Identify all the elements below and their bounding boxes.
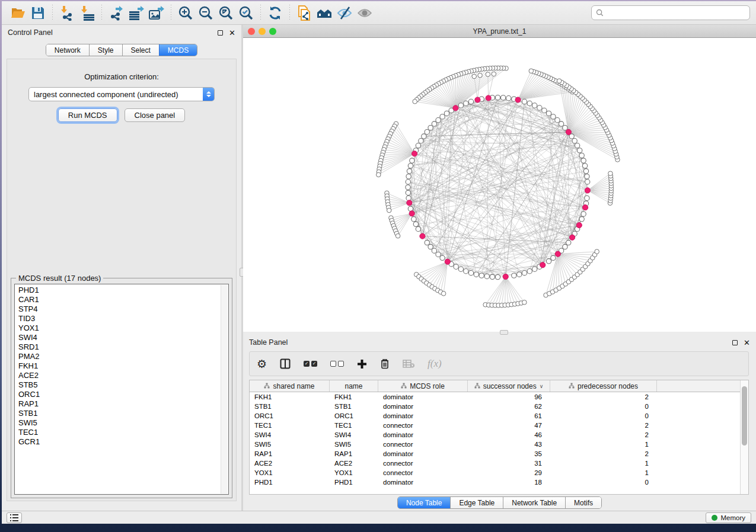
mcds-result-item[interactable]: STP4 — [18, 305, 220, 314]
open-file-icon[interactable] — [8, 4, 28, 22]
table-row[interactable]: ACE2ACE2connector311 — [250, 459, 740, 468]
dominator-node[interactable] — [566, 129, 571, 134]
mcds-result-item[interactable]: TID3 — [18, 314, 220, 323]
mcds-result-item[interactable]: RAP1 — [18, 399, 220, 409]
table-row[interactable]: SWI4SWI4dominator462 — [250, 430, 740, 440]
mcds-result-item[interactable]: ACE2 — [18, 371, 220, 380]
cell-MCDS-role: connector — [378, 440, 468, 449]
scrollbar-thumb[interactable] — [742, 386, 747, 446]
refresh-icon[interactable] — [265, 4, 285, 22]
dominator-node[interactable] — [445, 259, 450, 264]
table-settings-gear-icon[interactable]: ⚙ — [257, 358, 267, 370]
export-table-icon[interactable] — [126, 4, 146, 22]
dominator-node[interactable] — [576, 223, 582, 228]
dominator-node[interactable] — [503, 274, 508, 279]
dominator-node[interactable] — [420, 233, 425, 239]
mcds-result-item[interactable]: ORC1 — [18, 390, 220, 399]
dominator-node[interactable] — [583, 205, 588, 210]
column-header-name[interactable]: name — [330, 380, 378, 392]
export-network-icon[interactable] — [106, 4, 126, 22]
mcds-result-item[interactable]: YOX1 — [18, 323, 220, 333]
close-panel-button[interactable]: Close panel — [125, 108, 186, 122]
network-canvas[interactable] — [243, 38, 756, 331]
horizontal-splitter[interactable] — [243, 332, 756, 335]
tab-network-table[interactable]: Network Table — [503, 497, 565, 508]
delete-column-icon[interactable] — [380, 358, 390, 369]
dominator-node[interactable] — [486, 95, 491, 101]
column-header-shared-name[interactable]: shared name — [250, 380, 330, 392]
mcds-result-item[interactable]: TEC1 — [18, 428, 220, 437]
task-history-button[interactable] — [7, 512, 22, 523]
zoom-fit-icon[interactable] — [216, 4, 236, 22]
mcds-result-item[interactable]: GCR1 — [18, 437, 220, 447]
mcds-result-item[interactable]: STB5 — [18, 380, 220, 390]
float-panel-icon[interactable] — [218, 30, 223, 36]
unselect-all-columns-icon[interactable] — [330, 361, 344, 367]
mcds-result-scrollbar[interactable] — [221, 285, 228, 493]
select-all-columns-icon[interactable]: ✓✓ — [304, 361, 317, 367]
dominator-node[interactable] — [585, 188, 590, 193]
optimization-criterion-dropdown[interactable]: largest connected component (undirected) — [28, 87, 215, 101]
import-network-icon[interactable] — [57, 4, 77, 22]
mcds-result-item[interactable]: FKH1 — [18, 361, 220, 371]
close-panel-icon[interactable]: ✕ — [229, 29, 235, 37]
float-panel-icon[interactable] — [732, 340, 738, 345]
zoom-selected-icon[interactable] — [236, 4, 256, 22]
close-panel-icon[interactable]: ✕ — [744, 339, 750, 347]
export-image-icon[interactable] — [146, 4, 167, 22]
create-column-icon[interactable] — [357, 359, 367, 369]
mcds-result-item[interactable]: PMA2 — [18, 352, 220, 361]
zoom-in-icon[interactable] — [176, 4, 196, 22]
tab-node-table[interactable]: Node Table — [398, 497, 451, 508]
search-input[interactable] — [591, 5, 750, 20]
tab-style[interactable]: Style — [89, 44, 122, 56]
column-header-successor-nodes[interactable]: successor nodes∨ — [468, 380, 550, 392]
mcds-result-item[interactable]: PHD1 — [18, 286, 220, 295]
clone-network-icon[interactable] — [294, 4, 314, 22]
tab-mcds[interactable]: MCDS — [159, 44, 197, 56]
memory-button[interactable]: Memory — [706, 512, 751, 523]
tab-select[interactable]: Select — [122, 44, 159, 56]
control-panel-tabs-row: NetworkStyleSelectMCDS — [2, 40, 241, 59]
table-scrollbar[interactable] — [740, 380, 748, 494]
tab-motifs[interactable]: Motifs — [565, 497, 601, 508]
table-row[interactable]: RAP1RAP1dominator352 — [250, 449, 740, 459]
dominator-node[interactable] — [540, 262, 546, 268]
dominator-node[interactable] — [412, 151, 417, 156]
show-all-icon[interactable] — [355, 4, 375, 22]
hide-selected-icon[interactable] — [334, 4, 355, 22]
mcds-result-list[interactable]: PHD1CAR1STP4TID3YOX1SWI4SRD1PMA2FKH1ACE2… — [14, 284, 229, 495]
dominator-node[interactable] — [555, 251, 560, 257]
dominator-node[interactable] — [453, 105, 458, 111]
zoom-out-icon[interactable] — [196, 4, 216, 22]
table-row[interactable]: PHD1PHD1dominator180 — [250, 477, 740, 487]
table-row[interactable]: STB1STB1dominator620 — [250, 402, 740, 411]
tab-edge-table[interactable]: Edge Table — [450, 497, 503, 508]
import-table-icon[interactable] — [77, 4, 97, 22]
mcds-result-item[interactable]: STB1 — [18, 409, 220, 418]
column-header-predecessor-nodes[interactable]: predecessor nodes — [550, 380, 657, 392]
tab-network[interactable]: Network — [46, 44, 89, 56]
run-mcds-button[interactable]: Run MCDS — [58, 108, 117, 122]
table-row[interactable]: SWI5SWI5connector431 — [250, 440, 740, 449]
cell-predecessor-nodes: 2 — [550, 449, 657, 459]
table-row[interactable]: FKH1FKH1dominator962 — [250, 392, 740, 402]
mcds-result-item[interactable]: SRD1 — [18, 342, 220, 352]
table-row[interactable]: ORC1ORC1dominator610 — [250, 411, 740, 421]
mcds-result-item[interactable]: CAR1 — [18, 295, 220, 305]
dominator-node[interactable] — [569, 235, 575, 240]
first-neighbors-icon[interactable] — [314, 4, 334, 22]
table-row[interactable]: TEC1TEC1connector472 — [250, 421, 740, 430]
dominator-node[interactable] — [515, 97, 521, 102]
node-table: shared namenameMCDS rolesuccessor nodes∨… — [249, 380, 749, 495]
mcds-result-item[interactable]: SWI5 — [18, 418, 220, 428]
save-session-icon[interactable] — [28, 4, 48, 22]
splitter-grip[interactable] — [500, 330, 508, 335]
dominator-node[interactable] — [407, 200, 412, 206]
column-header-MCDS-role[interactable]: MCDS role — [378, 380, 468, 392]
show-column-panel-icon[interactable] — [280, 358, 291, 369]
dominator-node[interactable] — [409, 211, 414, 216]
mcds-result-item[interactable]: SWI4 — [18, 333, 220, 342]
table-row[interactable]: YOX1YOX1connector291 — [250, 468, 740, 477]
dominator-node[interactable] — [475, 97, 480, 102]
